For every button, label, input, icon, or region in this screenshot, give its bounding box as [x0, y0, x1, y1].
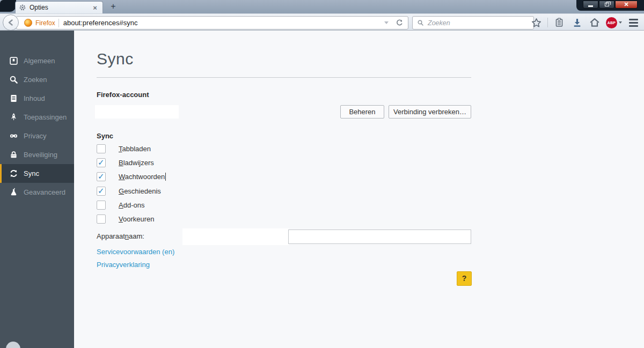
rocket-icon: [9, 113, 18, 122]
sidebar-item-algemeen[interactable]: Algemeen: [0, 51, 74, 70]
navigation-toolbar: Firefox about:preferences#sync Zoeken: [0, 13, 644, 31]
sidebar-item-label: Beveiliging: [24, 151, 57, 159]
back-button[interactable]: [3, 14, 19, 31]
device-name-input[interactable]: [288, 229, 471, 244]
downloads-button[interactable]: [570, 16, 583, 29]
sidebar-item-label: Zoeken: [24, 76, 47, 84]
search-placeholder: Zoeken: [428, 19, 450, 27]
hamburger-icon: [629, 19, 638, 27]
device-name-redacted: [182, 228, 289, 245]
checkbox[interactable]: [97, 144, 106, 153]
tab-title: Opties: [30, 4, 91, 11]
manage-button[interactable]: Beheren: [340, 105, 384, 119]
tab-close-button[interactable]: ×: [91, 4, 99, 12]
checkbox-label: Voorkeuren: [119, 215, 155, 223]
new-tab-button[interactable]: +: [106, 2, 120, 12]
checkbox-label: Tabbladen: [119, 145, 151, 153]
firefox-badge-icon[interactable]: [24, 19, 32, 27]
sync-preferences-main: Sync Firefox-account Beheren Verbinding …: [74, 31, 644, 348]
tab-opties[interactable]: Opties ×: [15, 1, 103, 13]
checkbox-row-geschiedenis[interactable]: Geschiedenis: [97, 186, 161, 196]
mask-icon: [9, 131, 18, 140]
flask-icon: [9, 188, 18, 197]
checkbox[interactable]: [97, 158, 106, 167]
firefox-account-label: Firefox-account: [97, 91, 149, 99]
search-box[interactable]: Zoeken: [412, 16, 534, 29]
restore-button[interactable]: [599, 1, 614, 9]
sidebar-item-geavanceerd[interactable]: Geavanceerd: [0, 183, 74, 202]
firefox-badge-label[interactable]: Firefox: [35, 19, 55, 27]
clipboard-icon: [554, 18, 564, 27]
checkbox-row-wachtwoorden[interactable]: Wachtwoorden: [97, 172, 166, 181]
minimize-button[interactable]: [583, 1, 598, 9]
adblock-button[interactable]: ABP: [606, 17, 622, 28]
url-separator: [58, 19, 59, 27]
reload-icon: [396, 19, 404, 27]
sidebar-item-label: Algemeen: [24, 57, 55, 65]
url-bar[interactable]: Firefox about:preferences#sync: [16, 16, 408, 29]
close-icon: ✕: [624, 1, 628, 8]
page-title: Sync: [97, 50, 134, 68]
checkbox-row-tabbladen[interactable]: Tabbladen: [97, 144, 151, 153]
terms-of-service-link[interactable]: Servicevoorwaarden (en): [97, 248, 174, 256]
sidebar-item-inhoud[interactable]: Inhoud: [0, 89, 74, 108]
preferences-sidebar: Algemeen Zoeken Inhoud: [0, 31, 74, 348]
gear-icon: [19, 4, 26, 11]
window-controls: ✕: [576, 0, 644, 11]
privacy-notice-link[interactable]: Privacyverklaring: [97, 261, 150, 269]
checkbox-label: Wachtwoorden: [119, 173, 165, 181]
back-arrow-icon: [6, 18, 15, 27]
sidebar-item-beveiliging[interactable]: Beveiliging: [0, 145, 74, 164]
document-icon: [9, 94, 18, 103]
disconnect-button[interactable]: Verbinding verbreken…: [389, 105, 471, 119]
home-icon: [589, 17, 600, 28]
minimize-icon: [588, 5, 593, 7]
checkbox[interactable]: [97, 214, 106, 224]
checkbox-row-addons[interactable]: Add-ons: [97, 200, 144, 210]
sidebar-item-label: Inhoud: [24, 94, 45, 102]
checkbox[interactable]: [97, 187, 106, 196]
checkbox[interactable]: [97, 201, 106, 210]
sidebar-item-zoeken[interactable]: Zoeken: [0, 70, 74, 89]
search-icon: [417, 19, 424, 26]
help-button[interactable]: ?: [457, 271, 472, 286]
checkbox-label: Geschiedenis: [119, 187, 161, 195]
sync-section-label: Sync: [97, 132, 113, 140]
preferences-page: Algemeen Zoeken Inhoud: [0, 31, 644, 348]
download-arrow-icon: [572, 18, 582, 28]
lock-icon: [9, 150, 18, 159]
device-name-label: Apparaatnaam:: [97, 232, 144, 240]
url-text[interactable]: about:preferences#sync: [63, 19, 384, 27]
restore-icon: [605, 3, 609, 6]
sidebar-item-label: Geavanceerd: [24, 188, 65, 196]
tab-strip: Opties × + ✕: [0, 0, 644, 13]
bookmark-star-button[interactable]: [530, 16, 543, 29]
checkbox-label: Bladwijzers: [119, 159, 154, 167]
checkbox-row-bladwijzers[interactable]: Bladwijzers: [97, 158, 154, 167]
sync-arrows-icon: [9, 169, 18, 178]
sidebar-item-label: Privacy: [24, 132, 47, 140]
title-divider: [97, 77, 471, 78]
general-panel-icon: [9, 56, 18, 65]
adblock-caret-icon: [619, 21, 622, 24]
checkbox[interactable]: [97, 172, 106, 181]
sidebar-item-label: Toepassingen: [24, 113, 67, 121]
bookmarks-menu-button[interactable]: [553, 16, 566, 29]
home-button[interactable]: [588, 16, 601, 29]
checkbox-row-voorkeuren[interactable]: Voorkeuren: [97, 214, 155, 224]
account-email-redacted: [95, 105, 179, 119]
sidebar-item-toepassingen[interactable]: Toepassingen: [0, 108, 74, 127]
reload-button[interactable]: [394, 18, 405, 28]
star-icon: [531, 18, 541, 28]
close-button[interactable]: ✕: [615, 1, 638, 9]
sidebar-item-privacy[interactable]: Privacy: [0, 127, 74, 145]
sidebar-item-sync[interactable]: Sync: [0, 164, 74, 183]
menu-button[interactable]: [627, 16, 640, 29]
search-icon: [9, 75, 18, 84]
browser-window: Opties × + ✕ Firefox about:preferences#s…: [0, 0, 644, 348]
toolbar-divider: [547, 18, 548, 27]
sidebar-item-label: Sync: [24, 169, 39, 177]
scroll-peek-circle: [6, 342, 20, 348]
window-corner: [0, 0, 16, 12]
url-dropdown-icon[interactable]: [384, 21, 389, 24]
